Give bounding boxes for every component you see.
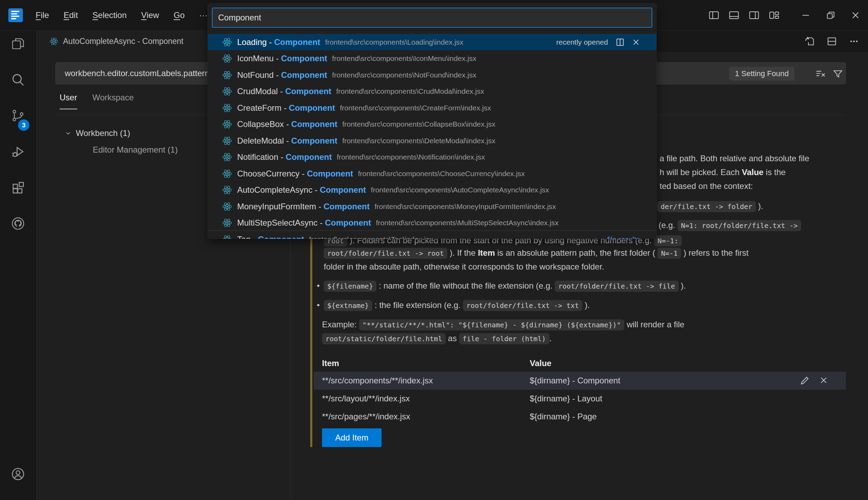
react-icon [49, 37, 59, 46]
table-row[interactable]: **/src/components/**/index.jsx${dirname}… [314, 372, 846, 390]
description-text: ted based on the context: [660, 181, 753, 191]
description-text: Example: [322, 320, 359, 329]
item-path: frontend\src\components\AutoCompleteAsyn… [371, 186, 549, 194]
quickopen-item-multistepselectasync[interactable]: MultiStepSelectAsync - Componentfrontend… [208, 215, 656, 231]
tab-settings-editor[interactable]: AutoCompleteAsync - Component [37, 31, 224, 52]
scope-tab-workspace[interactable]: Workspace [92, 93, 134, 109]
quickopen-item-notification[interactable]: Notification - Componentfrontend\src\com… [208, 149, 656, 165]
react-icon [222, 86, 232, 97]
quickopen-item-choosecurrency[interactable]: ChooseCurrency - Componentfrontend\src\c… [208, 165, 656, 182]
match-highlight: Component [323, 202, 369, 211]
item-label: CreateForm - Component [237, 103, 335, 113]
vscode-logo-icon[interactable] [8, 8, 23, 22]
activity-github[interactable] [11, 216, 25, 231]
github-icon [11, 216, 25, 231]
react-icon [222, 185, 232, 195]
toggle-sidebar-right-icon[interactable] [744, 5, 764, 25]
item-cell: **/src/pages/**/index.jsx [322, 408, 410, 426]
remove-icon [631, 37, 641, 47]
description-text: . [549, 334, 552, 343]
description-text: ). If the [447, 248, 478, 257]
table-row[interactable]: **/src/layout/**/index.jsx${dirname} - L… [314, 390, 846, 408]
customize-layout-icon [768, 9, 780, 21]
description-text: is the [763, 167, 786, 177]
quickopen-item-loading[interactable]: Loading - Componentfrontend\src\componen… [208, 34, 656, 50]
match-highlight: Component [281, 70, 327, 80]
close-icon[interactable] [843, 0, 868, 30]
quickopen-item-tag[interactable]: Tag - Componentfrontend\src\components\T… [208, 231, 656, 239]
react-icon [222, 169, 232, 179]
item-label: DeleteModal - Component [237, 136, 337, 146]
match-highlight: Component [289, 103, 335, 112]
quickopen-item-collapsebox[interactable]: CollapseBox - Componentfrontend\src\comp… [208, 116, 656, 133]
restore-icon[interactable] [818, 0, 843, 30]
open-to-side-icon[interactable] [615, 37, 625, 47]
quickopen-item-crudmodal[interactable]: CrudModal - Componentfrontend\src\compon… [208, 83, 656, 100]
item-label: MultiStepSelectAsync - Component [237, 218, 371, 228]
description-text: ) refers to the first [681, 248, 749, 257]
react-icon [222, 37, 232, 47]
item-label: MoneyInputFormItem - Component [237, 202, 370, 211]
item-path: frontend\src\components\MultiStepSelectA… [376, 219, 559, 227]
menu-selection[interactable]: Selection [85, 8, 134, 22]
close-icon [850, 10, 861, 21]
minimize-icon[interactable] [793, 0, 818, 30]
code-chip: root/folder/file.txt -> txt [463, 300, 582, 311]
react-icon [222, 103, 232, 113]
bullet: • [317, 298, 320, 312]
toggle-sidebar-left-icon[interactable] [704, 5, 724, 25]
open-settings-json-icon[interactable] [800, 34, 819, 49]
description-text: will render a file [624, 320, 684, 329]
react-icon [222, 53, 232, 64]
quick-open-widget: Loading - Componentfrontend\src\componen… [208, 3, 656, 239]
toc-item[interactable]: Editor Management (1) [93, 142, 178, 158]
customize-layout-icon[interactable] [764, 5, 784, 25]
settings-count-badge: 1 Setting Found [729, 67, 795, 81]
clear-filters-icon [815, 68, 826, 80]
edit-icon[interactable] [799, 375, 811, 387]
value-cell: ${dirname} - Component [530, 372, 620, 390]
description-line: Example: "**/static/**/*.html": "${filen… [322, 318, 684, 331]
row-right: file results [607, 235, 641, 239]
toggle-panel-icon[interactable] [724, 5, 744, 25]
code-chip: der/file.txt -> folder [657, 201, 756, 212]
more-actions-icon[interactable] [844, 34, 863, 49]
description-text: ). [756, 201, 763, 211]
react-icon [222, 169, 232, 179]
remove-icon[interactable] [631, 37, 641, 47]
quickopen-item-moneyinputformitem[interactable]: MoneyInputFormItem - Componentfrontend\s… [208, 198, 656, 215]
match-highlight: Component [286, 152, 332, 162]
match-highlight: Component [291, 136, 337, 145]
activity-run-and-debug[interactable] [11, 144, 25, 159]
filter-icon[interactable] [832, 68, 844, 81]
menu-file[interactable]: File [28, 8, 56, 22]
activity-bar: 3 [0, 31, 37, 500]
open-to-side-icon [615, 37, 625, 47]
table-row[interactable]: **/src/pages/**/index.jsx${dirname} - Pa… [314, 408, 846, 426]
menu-go[interactable]: Go [166, 8, 192, 22]
activity-search[interactable] [11, 72, 25, 87]
menu-view[interactable]: View [134, 8, 167, 22]
quick-open-input[interactable] [212, 8, 652, 28]
quickopen-item-createform[interactable]: CreateForm - Componentfrontend\src\compo… [208, 100, 656, 116]
activity-explorer[interactable] [11, 36, 25, 51]
extensions-icon [11, 180, 25, 195]
quickopen-item-autocompleteasync[interactable]: AutoCompleteAsync - Componentfrontend\sr… [208, 182, 656, 198]
menu-edit[interactable]: Edit [56, 8, 85, 22]
editor-actions [800, 31, 863, 52]
split-editor-icon [826, 36, 838, 47]
split-editor-icon[interactable] [822, 34, 841, 49]
clear-filters-icon[interactable] [815, 68, 826, 81]
react-icon [49, 37, 59, 46]
description-text: Item [478, 248, 495, 257]
quickopen-item-notfound[interactable]: NotFound - Componentfrontend\src\compone… [208, 67, 656, 83]
quickopen-item-deletemodal[interactable]: DeleteModal - Componentfrontend\src\comp… [208, 133, 656, 149]
remove-icon[interactable] [818, 375, 829, 387]
description-line: folder in the absoulte path, otherwise i… [324, 260, 604, 274]
activity-extensions[interactable] [11, 180, 25, 195]
add-item-button[interactable]: Add Item [322, 428, 382, 447]
quickopen-item-iconmenu[interactable]: IconMenu - Componentfrontend\src\compone… [208, 51, 656, 67]
scope-tab-user[interactable]: User [60, 93, 77, 109]
activity-accounts[interactable] [11, 467, 25, 481]
toc-item[interactable]: Workbench (1) [64, 125, 130, 142]
